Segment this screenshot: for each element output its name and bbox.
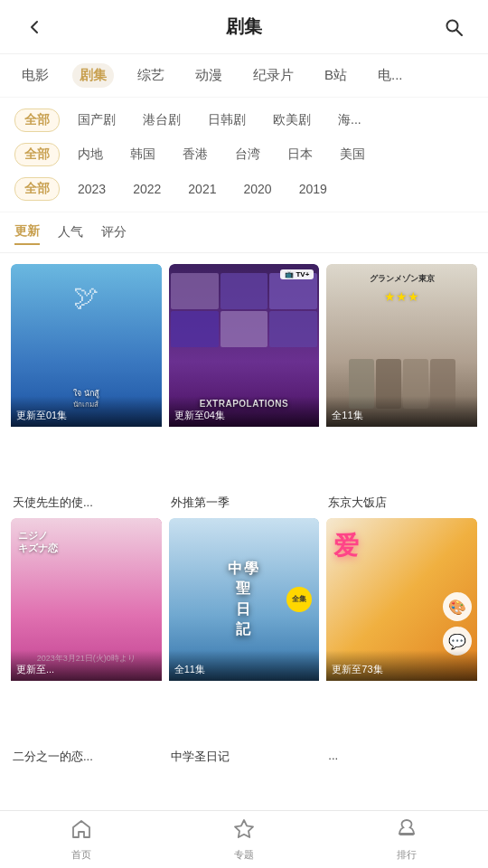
filter-region-tw[interactable]: 台湾: [226, 144, 269, 165]
filter-type-sea[interactable]: 海...: [329, 109, 371, 131]
filter-region-hk[interactable]: 香港: [174, 144, 217, 165]
apple-tv-badge: 📺 TV+: [285, 270, 309, 278]
home-icon: [70, 818, 92, 845]
card-3-title: 东京大饭店: [326, 495, 477, 511]
filter-row-region: 全部 内地 韩国 香港 台湾 日本 美国: [14, 137, 474, 172]
nav-home[interactable]: 首页: [0, 818, 163, 862]
cat-movie[interactable]: 电影: [14, 63, 56, 88]
filter-type-jpkr[interactable]: 日韩剧: [199, 109, 255, 131]
card-2[interactable]: 📺 TV+ EXTRAPOLATIONS 更新至04集 外推第一季: [169, 264, 320, 511]
content-grid: 🕊 ใจ นักสู้นักเกมส์ 更新至01集 天使先生的使...: [0, 253, 488, 837]
header: 剧集: [0, 0, 488, 54]
sort-section: 更新 人气 评分: [0, 212, 488, 253]
cat-anime[interactable]: 动漫: [188, 63, 230, 88]
filter-region-all[interactable]: 全部: [14, 143, 60, 166]
card-1-title: 天使先生的使...: [11, 495, 162, 511]
card-4[interactable]: ニジノキズナ恋 2023年3月21日(火)0時より 更新至... 二分之一的恋.…: [11, 518, 162, 765]
card-5-title: 中学圣日记: [169, 749, 320, 765]
card-2-title: 外推第一季: [169, 495, 320, 511]
page-title: 剧集: [226, 14, 262, 39]
cat-drama[interactable]: 剧集: [72, 63, 114, 88]
nav-ranking[interactable]: 排行: [325, 818, 488, 862]
search-button[interactable]: [437, 11, 470, 43]
sort-popular[interactable]: 人气: [58, 221, 83, 244]
card-4-title: 二分之一的恋...: [11, 749, 162, 765]
topics-icon: [233, 818, 255, 845]
filter-region-mainland[interactable]: 内地: [69, 144, 112, 165]
filter-region-us[interactable]: 美国: [331, 144, 374, 165]
card-4-badge: 更新至...: [11, 650, 162, 681]
filter-section: 全部 国产剧 港台剧 日韩剧 欧美剧 海... 全部 内地 韩国 香港 台湾 日…: [0, 98, 488, 212]
nav-topics[interactable]: 专题: [163, 818, 325, 862]
svg-line-1: [456, 30, 462, 35]
float-action-icons: 🎨 💬: [443, 592, 472, 656]
ranking-icon: [396, 818, 418, 845]
nav-home-label: 首页: [71, 848, 91, 862]
filter-year-2022[interactable]: 2022: [124, 179, 170, 199]
filter-year-all[interactable]: 全部: [14, 177, 60, 201]
sort-update[interactable]: 更新: [14, 220, 40, 245]
filter-type-hktw[interactable]: 港台剧: [134, 109, 190, 131]
card-3-badge: 全11集: [326, 396, 477, 427]
filter-type-all[interactable]: 全部: [14, 108, 60, 132]
filter-row-year: 全部 2023 2022 2021 2020 2019: [14, 172, 474, 206]
bottom-nav: 首页 专题 排行: [0, 810, 488, 868]
card-2-badge: 更新至04集: [169, 396, 320, 427]
filter-year-2020[interactable]: 2020: [234, 179, 280, 199]
card-6-title: ...: [326, 749, 477, 762]
card-1[interactable]: 🕊 ใจ นักสู้นักเกมส์ 更新至01集 天使先生的使...: [11, 264, 162, 511]
filter-region-korea[interactable]: 韩国: [121, 144, 164, 165]
cat-bilibili[interactable]: B站: [317, 63, 354, 88]
cat-documentary[interactable]: 纪录片: [246, 63, 301, 88]
card-5[interactable]: 中學聖日記 全集 全11集 中学圣日记: [169, 518, 320, 765]
cat-variety[interactable]: 综艺: [130, 63, 172, 88]
filter-row-type: 全部 国产剧 港台剧 日韩剧 欧美剧 海...: [14, 103, 474, 137]
card-6-badge: 更新至73集: [326, 650, 477, 681]
filter-year-2021[interactable]: 2021: [179, 179, 225, 199]
back-button[interactable]: [18, 11, 51, 43]
card-5-badge: 全11集: [169, 650, 320, 681]
card-6[interactable]: 爱 🎨 💬 更新至73集 ...: [326, 518, 477, 765]
nav-ranking-label: 排行: [397, 848, 417, 862]
top-category-tabs: 电影 剧集 综艺 动漫 纪录片 B站 电...: [0, 54, 488, 98]
card-3[interactable]: グランメゾン東京 ★★★ 全11集 东京大饭店: [326, 264, 477, 511]
filter-type-western[interactable]: 欧美剧: [264, 109, 320, 131]
card-1-badge: 更新至01集: [11, 396, 162, 427]
filter-year-2019[interactable]: 2019: [290, 179, 336, 199]
sort-row: 更新 人气 评分: [14, 220, 474, 245]
nav-topics-label: 专题: [234, 848, 254, 862]
filter-year-2023[interactable]: 2023: [69, 179, 115, 199]
cat-more[interactable]: 电...: [371, 63, 410, 88]
sort-rating[interactable]: 评分: [101, 221, 127, 244]
filter-type-domestic[interactable]: 国产剧: [69, 109, 125, 131]
palette-icon[interactable]: 🎨: [443, 592, 472, 621]
filter-region-jp[interactable]: 日本: [278, 144, 322, 165]
svg-rect-2: [399, 834, 414, 835]
